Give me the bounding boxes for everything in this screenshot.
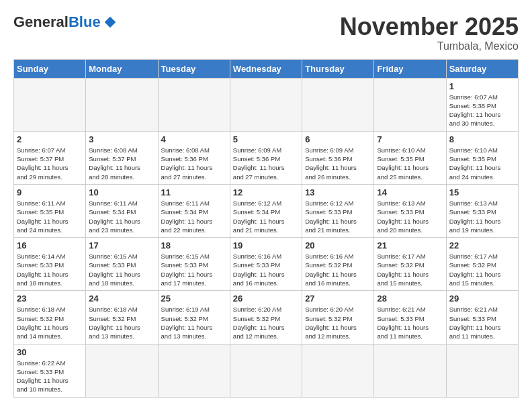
calendar-cell: 11Sunrise: 6:11 AM Sunset: 5:34 PM Dayli… bbox=[158, 184, 230, 237]
day-number: 1 bbox=[449, 81, 515, 91]
day-number: 27 bbox=[305, 293, 371, 304]
day-info: Sunrise: 6:17 AM Sunset: 5:32 PM Dayligh… bbox=[377, 252, 443, 287]
calendar-cell: 2Sunrise: 6:07 AM Sunset: 5:37 PM Daylig… bbox=[14, 131, 86, 184]
day-number: 16 bbox=[17, 240, 83, 250]
day-number: 9 bbox=[17, 187, 83, 197]
day-header-tuesday: Tuesday bbox=[158, 59, 230, 78]
day-number: 7 bbox=[377, 134, 443, 144]
day-number: 23 bbox=[17, 293, 83, 304]
calendar-cell: 14Sunrise: 6:13 AM Sunset: 5:33 PM Dayli… bbox=[374, 184, 446, 237]
calendar-cell: 22Sunrise: 6:17 AM Sunset: 5:32 PM Dayli… bbox=[446, 238, 518, 291]
calendar-cell: 29Sunrise: 6:21 AM Sunset: 5:33 PM Dayli… bbox=[446, 291, 518, 344]
logo-icon bbox=[103, 15, 117, 29]
calendar-cell: 9Sunrise: 6:11 AM Sunset: 5:35 PM Daylig… bbox=[14, 184, 86, 237]
calendar-cell bbox=[230, 344, 302, 397]
day-info: Sunrise: 6:07 AM Sunset: 5:38 PM Dayligh… bbox=[449, 93, 515, 128]
calendar-cell bbox=[302, 344, 374, 397]
calendar-cell bbox=[158, 344, 230, 397]
day-info: Sunrise: 6:12 AM Sunset: 5:33 PM Dayligh… bbox=[305, 199, 371, 234]
day-info: Sunrise: 6:13 AM Sunset: 5:33 PM Dayligh… bbox=[449, 199, 515, 234]
logo-general-text: General bbox=[13, 13, 69, 31]
svg-marker-0 bbox=[104, 17, 116, 28]
day-info: Sunrise: 6:16 AM Sunset: 5:33 PM Dayligh… bbox=[233, 252, 299, 287]
day-info: Sunrise: 6:20 AM Sunset: 5:32 PM Dayligh… bbox=[233, 305, 299, 340]
day-number: 8 bbox=[449, 134, 515, 144]
day-header-monday: Monday bbox=[86, 59, 158, 78]
calendar-cell: 3Sunrise: 6:08 AM Sunset: 5:37 PM Daylig… bbox=[86, 131, 158, 184]
day-info: Sunrise: 6:21 AM Sunset: 5:33 PM Dayligh… bbox=[449, 305, 515, 340]
calendar-cell: 4Sunrise: 6:08 AM Sunset: 5:36 PM Daylig… bbox=[158, 131, 230, 184]
calendar-week-2: 2Sunrise: 6:07 AM Sunset: 5:37 PM Daylig… bbox=[14, 131, 519, 184]
day-number: 12 bbox=[233, 187, 299, 197]
calendar-cell bbox=[158, 78, 230, 131]
calendar-week-6: 30Sunrise: 6:22 AM Sunset: 5:33 PM Dayli… bbox=[14, 344, 519, 397]
day-info: Sunrise: 6:22 AM Sunset: 5:33 PM Dayligh… bbox=[17, 359, 83, 394]
calendar-week-1: 1Sunrise: 6:07 AM Sunset: 5:38 PM Daylig… bbox=[14, 78, 519, 131]
day-number: 22 bbox=[449, 240, 515, 250]
calendar-cell: 8Sunrise: 6:10 AM Sunset: 5:35 PM Daylig… bbox=[446, 131, 518, 184]
day-info: Sunrise: 6:10 AM Sunset: 5:35 PM Dayligh… bbox=[449, 146, 515, 181]
day-number: 3 bbox=[89, 134, 154, 144]
day-info: Sunrise: 6:11 AM Sunset: 5:35 PM Dayligh… bbox=[17, 199, 83, 234]
calendar-week-3: 9Sunrise: 6:11 AM Sunset: 5:35 PM Daylig… bbox=[14, 184, 519, 237]
day-info: Sunrise: 6:15 AM Sunset: 5:33 PM Dayligh… bbox=[161, 252, 227, 287]
calendar-cell: 21Sunrise: 6:17 AM Sunset: 5:32 PM Dayli… bbox=[374, 238, 446, 291]
day-number: 17 bbox=[89, 240, 154, 250]
calendar-cell: 28Sunrise: 6:21 AM Sunset: 5:33 PM Dayli… bbox=[374, 291, 446, 344]
day-info: Sunrise: 6:18 AM Sunset: 5:32 PM Dayligh… bbox=[17, 305, 83, 340]
calendar-cell bbox=[374, 344, 446, 397]
day-number: 20 bbox=[305, 240, 371, 250]
day-number: 26 bbox=[233, 293, 299, 304]
day-info: Sunrise: 6:12 AM Sunset: 5:34 PM Dayligh… bbox=[233, 199, 299, 234]
day-number: 2 bbox=[17, 134, 83, 144]
calendar-table: SundayMondayTuesdayWednesdayThursdayFrid… bbox=[13, 59, 519, 398]
day-number: 10 bbox=[89, 187, 154, 197]
day-info: Sunrise: 6:15 AM Sunset: 5:33 PM Dayligh… bbox=[89, 252, 154, 287]
day-header-wednesday: Wednesday bbox=[230, 59, 302, 78]
day-info: Sunrise: 6:09 AM Sunset: 5:36 PM Dayligh… bbox=[305, 146, 371, 181]
day-number: 11 bbox=[161, 187, 227, 197]
day-info: Sunrise: 6:13 AM Sunset: 5:33 PM Dayligh… bbox=[377, 199, 443, 234]
day-number: 6 bbox=[305, 134, 371, 144]
calendar-week-5: 23Sunrise: 6:18 AM Sunset: 5:32 PM Dayli… bbox=[14, 291, 519, 344]
calendar-cell: 20Sunrise: 6:16 AM Sunset: 5:32 PM Dayli… bbox=[302, 238, 374, 291]
calendar-cell: 12Sunrise: 6:12 AM Sunset: 5:34 PM Dayli… bbox=[230, 184, 302, 237]
day-number: 29 bbox=[449, 293, 515, 304]
day-number: 4 bbox=[161, 134, 227, 144]
day-info: Sunrise: 6:20 AM Sunset: 5:32 PM Dayligh… bbox=[305, 305, 371, 340]
calendar-cell bbox=[86, 78, 158, 131]
logo-blue-text: Blue bbox=[69, 13, 101, 31]
day-number: 25 bbox=[161, 293, 227, 304]
day-number: 14 bbox=[377, 187, 443, 197]
day-number: 5 bbox=[233, 134, 299, 144]
month-title: November 2025 bbox=[340, 13, 519, 40]
day-info: Sunrise: 6:09 AM Sunset: 5:36 PM Dayligh… bbox=[233, 146, 299, 181]
calendar-cell bbox=[14, 78, 86, 131]
day-info: Sunrise: 6:07 AM Sunset: 5:37 PM Dayligh… bbox=[17, 146, 83, 181]
calendar-cell: 16Sunrise: 6:14 AM Sunset: 5:33 PM Dayli… bbox=[14, 238, 86, 291]
calendar-cell: 13Sunrise: 6:12 AM Sunset: 5:33 PM Dayli… bbox=[302, 184, 374, 237]
day-number: 24 bbox=[89, 293, 154, 304]
day-info: Sunrise: 6:10 AM Sunset: 5:35 PM Dayligh… bbox=[377, 146, 443, 181]
calendar-cell bbox=[374, 78, 446, 131]
calendar-cell: 17Sunrise: 6:15 AM Sunset: 5:33 PM Dayli… bbox=[86, 238, 158, 291]
day-number: 15 bbox=[449, 187, 515, 197]
day-header-friday: Friday bbox=[374, 59, 446, 78]
calendar-cell: 6Sunrise: 6:09 AM Sunset: 5:36 PM Daylig… bbox=[302, 131, 374, 184]
day-info: Sunrise: 6:14 AM Sunset: 5:33 PM Dayligh… bbox=[17, 252, 83, 287]
location: Tumbala, Mexico bbox=[340, 40, 519, 52]
day-info: Sunrise: 6:11 AM Sunset: 5:34 PM Dayligh… bbox=[161, 199, 227, 234]
calendar-header-row: SundayMondayTuesdayWednesdayThursdayFrid… bbox=[14, 59, 519, 78]
calendar-cell bbox=[446, 344, 518, 397]
calendar-cell: 30Sunrise: 6:22 AM Sunset: 5:33 PM Dayli… bbox=[14, 344, 86, 397]
page-header: General Blue November 2025 Tumbala, Mexi… bbox=[13, 13, 519, 52]
day-info: Sunrise: 6:17 AM Sunset: 5:32 PM Dayligh… bbox=[449, 252, 515, 287]
calendar-cell: 19Sunrise: 6:16 AM Sunset: 5:33 PM Dayli… bbox=[230, 238, 302, 291]
calendar-cell: 24Sunrise: 6:18 AM Sunset: 5:32 PM Dayli… bbox=[86, 291, 158, 344]
day-info: Sunrise: 6:18 AM Sunset: 5:32 PM Dayligh… bbox=[89, 305, 154, 340]
day-number: 30 bbox=[17, 347, 83, 357]
day-header-thursday: Thursday bbox=[302, 59, 374, 78]
calendar-cell: 27Sunrise: 6:20 AM Sunset: 5:32 PM Dayli… bbox=[302, 291, 374, 344]
day-header-sunday: Sunday bbox=[14, 59, 86, 78]
day-number: 19 bbox=[233, 240, 299, 250]
